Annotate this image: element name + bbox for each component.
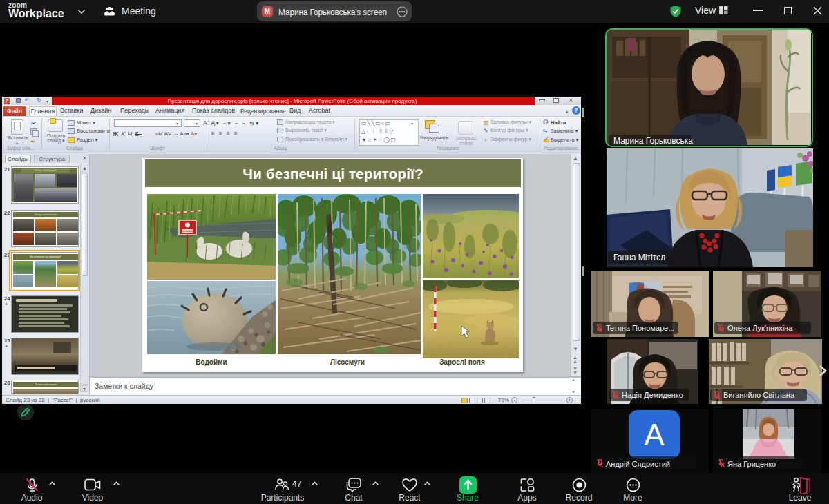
svg-text:Виганяйло Світлана: Виганяйло Світлана [723, 391, 795, 399]
svg-text:Тетяна Пономаре...: Тетяна Пономаре... [606, 324, 674, 332]
svg-text:Олена Лук'янихіна: Олена Лук'янихіна [727, 324, 793, 332]
svg-text:Ганна Мітітєл: Ганна Мітітєл [613, 253, 665, 262]
svg-text:Надія Демиденко: Надія Демиденко [622, 391, 683, 399]
svg-text:Марина Горьковська: Марина Горьковська [613, 136, 693, 145]
